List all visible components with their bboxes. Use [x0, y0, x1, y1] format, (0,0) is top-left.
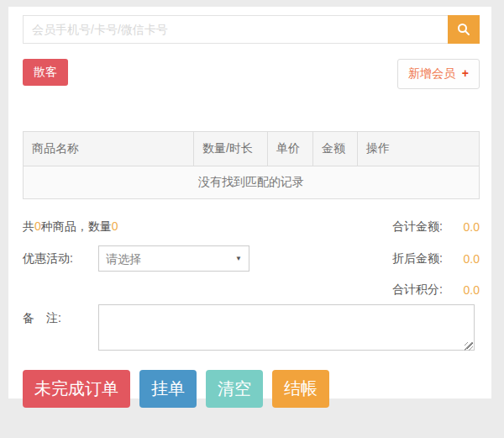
- points-row: 合计积分: 0.0: [23, 282, 480, 298]
- hold-order-button[interactable]: 挂单: [139, 370, 197, 408]
- clear-button[interactable]: 清空: [206, 370, 263, 408]
- checkout-button[interactable]: 结帳: [272, 370, 329, 408]
- discounted-amount-label: 折后金额:: [392, 251, 443, 266]
- promo-label: 优惠活动:: [23, 251, 98, 266]
- column-header-operation: 操作: [358, 132, 480, 166]
- item-count-text: 共0种商品，数量0: [23, 219, 118, 235]
- total-amount-label: 合计金额:: [392, 219, 443, 235]
- total-amount-value: 0.0: [443, 220, 480, 234]
- search-button[interactable]: [448, 15, 480, 44]
- summary-count-row: 共0种商品，数量0 合计金额: 0.0: [23, 219, 480, 235]
- remark-row: 备 注:: [23, 304, 480, 354]
- item-count-value: 0: [34, 219, 41, 233]
- member-search-input[interactable]: [23, 15, 448, 44]
- promo-row: 优惠活动: 请选择 ▼ 折后金额: 0.0: [23, 245, 480, 272]
- column-header-amount: 金额: [313, 132, 358, 166]
- add-member-button[interactable]: 新增会员 +: [397, 59, 480, 89]
- quantity-value: 0: [112, 219, 118, 233]
- remark-textarea-wrap: [98, 304, 475, 354]
- no-records-message: 没有找到匹配的记录: [24, 166, 480, 199]
- add-member-label: 新增会员: [408, 66, 455, 80]
- remark-textarea[interactable]: [98, 304, 475, 351]
- discounted-amount-value: 0.0: [443, 252, 480, 266]
- search-icon: [457, 23, 470, 36]
- empty-row: 没有找到匹配的记录: [24, 166, 480, 199]
- pos-panel: 散客 新增会员 + 商品名称 数量/时长 单价 金额 操作 没有找到匹配的记录: [8, 7, 491, 398]
- column-header-quantity-duration: 数量/时长: [194, 132, 268, 166]
- table-header-row: 商品名称 数量/时长 单价 金额 操作: [24, 132, 480, 166]
- unfinished-orders-button[interactable]: 未完成订单: [23, 370, 130, 408]
- customer-row: 散客 新增会员 +: [23, 59, 480, 89]
- action-buttons-row: 未完成订单 挂单 清空 结帳: [23, 370, 480, 408]
- total-points-value: 0.0: [443, 283, 480, 297]
- promo-select-wrap: 请选择 ▼: [98, 245, 249, 272]
- total-points-label: 合计积分:: [392, 282, 443, 298]
- column-header-unit-price: 单价: [268, 132, 313, 166]
- goods-table: 商品名称 数量/时长 单价 金额 操作 没有找到匹配的记录: [23, 131, 480, 199]
- remark-label: 备 注:: [23, 304, 98, 354]
- promo-select[interactable]: 请选择: [98, 245, 249, 272]
- walkin-customer-button[interactable]: 散客: [23, 59, 68, 86]
- column-header-product-name: 商品名称: [24, 132, 194, 166]
- member-search-group: [23, 15, 480, 44]
- plus-icon: +: [462, 66, 469, 80]
